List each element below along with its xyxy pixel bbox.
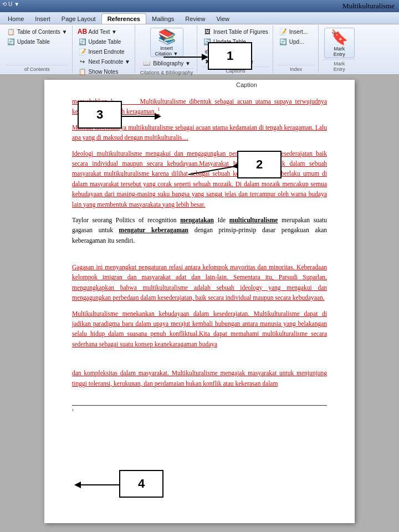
citations-group-label: Citations & Bibliography	[140, 68, 193, 75]
ribbon-tabs: Home Insert Page Layout References Maili…	[0, 12, 399, 24]
ribbon-btn-insert-index[interactable]: 📝 Insert...	[278, 27, 309, 37]
document-page: menyebabkan k… Multikulturalisme dibentu…	[44, 80, 355, 523]
arrow-4	[72, 477, 122, 493]
label-box-1: 1	[208, 42, 252, 70]
insert-index-label: Insert...	[289, 29, 308, 35]
toc-icon: 📋	[7, 27, 16, 36]
footnote-marker: ¹	[72, 408, 74, 414]
ribbon-big-btn-mark-entry[interactable]: 🔖 MarkEntry	[324, 28, 355, 58]
update-table-icon: 🔄	[78, 37, 87, 46]
add-text-label: Add Text ▼	[89, 29, 117, 35]
next-footnote-label: Next Footnote ▼	[89, 59, 131, 65]
add-text-icon: AB	[78, 27, 87, 36]
ribbon-group-toc: 📋 Table of Contents ▼ 🔄 Update Table of …	[2, 25, 73, 73]
arrow-1	[161, 49, 211, 65]
arrow-2	[183, 163, 238, 180]
para-6: Multikulturalisme menekankan kebudayaan …	[72, 309, 327, 350]
spacer-2	[72, 355, 327, 368]
ribbon-btn-toc[interactable]: 📋 Table of Contents ▼	[6, 27, 69, 37]
insert-table-figures-icon: 🖼	[203, 27, 212, 36]
mark-entry-label: MarkEntry	[334, 46, 345, 57]
insert-citation-icon: 📚	[158, 28, 176, 45]
window-title: Multikulturalisme	[342, 2, 395, 11]
ribbon-btn-insert-table-figures[interactable]: 🖼 Insert Table of Figures	[202, 27, 269, 37]
tab-home[interactable]: Home	[2, 14, 29, 24]
para-4: Taylor seorang Politics of recognition m…	[72, 215, 327, 245]
document-area: menyebabkan k… Multikulturalisme dibentu…	[0, 75, 399, 532]
mark-entry-group-label: MarkEntry	[323, 59, 356, 72]
show-notes-icon: 📋	[78, 67, 87, 76]
label-1-text: 1	[227, 49, 233, 63]
insert-endnote-icon: 📝	[78, 47, 87, 56]
ribbon-btn-update-table[interactable]: 🔄 Update Table	[77, 37, 122, 47]
update-toc-icon: 🔄	[7, 37, 16, 46]
tab-insert[interactable]: Insert	[29, 14, 56, 24]
toc-label: Table of Contents ▼	[17, 29, 68, 35]
next-footnote-icon: ↪	[78, 57, 87, 66]
ribbon-btn-update-toc[interactable]: 🔄 Update Table	[6, 37, 51, 47]
label-box-2: 2	[237, 151, 282, 178]
update-index-icon: 🔄	[279, 37, 288, 46]
index-group-label: Index	[278, 65, 315, 72]
svg-line-9	[188, 166, 236, 175]
bibliography-icon: 📖	[142, 59, 151, 68]
update-table-label: Update Table	[89, 39, 121, 45]
insert-index-icon: 📝	[279, 27, 288, 36]
undo-icon[interactable]: ⟲	[2, 1, 7, 7]
mark-entry-icon: 🔖	[330, 29, 348, 46]
ribbon-btn-next-footnote[interactable]: ↪ Next Footnote ▼	[77, 57, 132, 66]
toc-group-label: of Contents	[6, 65, 69, 72]
label-box-3: 3	[78, 101, 122, 129]
tab-references[interactable]: References	[101, 13, 146, 24]
label-box-4: 4	[119, 470, 163, 498]
save-icon[interactable]: U	[8, 1, 12, 7]
quick-access-toolbar[interactable]: ⟲ U ▼	[2, 1, 19, 7]
spacer-1	[72, 251, 327, 262]
arrow-3	[119, 111, 163, 127]
update-index-label: Upd...	[289, 39, 304, 45]
ribbon-btn-update-index[interactable]: 🔄 Upd...	[278, 37, 305, 47]
insert-endnote-label: Insert Endnote	[89, 49, 125, 55]
update-toc-label: Update Table	[17, 39, 50, 45]
tab-review[interactable]: Review	[180, 14, 211, 24]
para-7: dan kompleksitas dalam masyarakat. Multi…	[72, 368, 327, 388]
tab-mailings[interactable]: Mailings	[146, 14, 180, 24]
ribbon-btn-insert-endnote[interactable]: 📝 Insert Endnote	[77, 47, 126, 57]
footnote-section: ¹	[72, 405, 327, 414]
ribbon-group-index: 📝 Insert... 🔄 Upd... Index	[274, 25, 319, 73]
insert-table-figures-label: Insert Table of Figures	[213, 29, 268, 35]
para-5: Gagasan ini menyangkut pengaturan relasi…	[72, 262, 327, 303]
title-bar: ⟲ U ▼ Multikulturalisme	[0, 0, 399, 12]
ribbon-group-footnotes: AB Add Text ▼ 🔄 Update Table 📝 Insert En…	[74, 25, 136, 73]
label-3-text: 3	[96, 108, 103, 122]
qa-dropdown-icon[interactable]: ▼	[14, 1, 19, 7]
tab-page-layout[interactable]: Page Layout	[56, 14, 101, 24]
show-notes-label: Show Notes	[89, 69, 119, 75]
ribbon-group-mark-entry: 🔖 MarkEntry MarkEntry	[320, 25, 359, 73]
ribbon-btn-add-text[interactable]: AB Add Text ▼	[77, 27, 118, 37]
label-2-text: 2	[256, 157, 263, 172]
label-4-text: 4	[138, 477, 145, 491]
caption-label: Caption	[236, 81, 257, 88]
tab-view[interactable]: View	[211, 14, 235, 24]
